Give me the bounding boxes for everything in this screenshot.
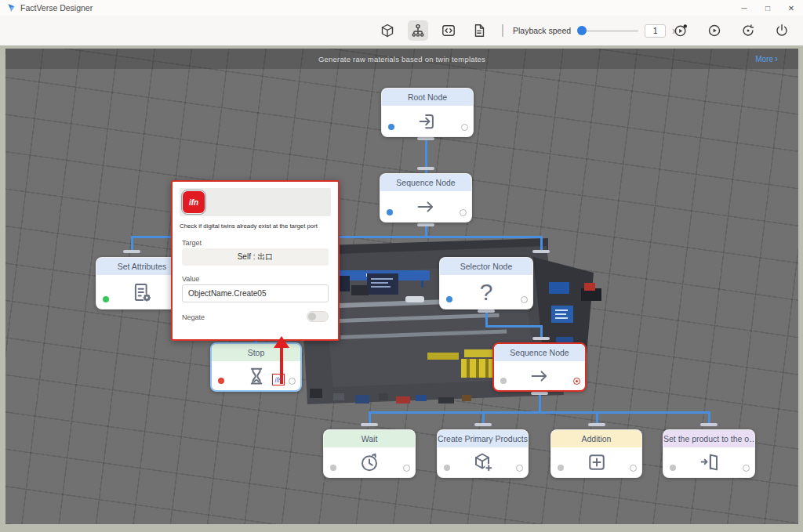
- restart-icon: [740, 23, 756, 38]
- hourglass-icon: [245, 364, 268, 388]
- play-icon: [707, 23, 722, 38]
- window-controls: ─□✕: [732, 0, 803, 16]
- mission-text: Generate raw materials based on twin tem…: [318, 55, 485, 63]
- more-link[interactable]: More ›: [755, 49, 778, 69]
- cube-icon: [380, 23, 395, 38]
- cube-plus-icon: [471, 451, 495, 474]
- output-port[interactable]: [461, 124, 468, 131]
- maximize-button[interactable]: □: [756, 0, 779, 16]
- node-title: Selector Node: [440, 258, 532, 275]
- connector-tick: [474, 423, 492, 426]
- playback-speed-label: Playback speed: [513, 26, 571, 35]
- run-tool[interactable]: [704, 20, 725, 41]
- connector-line: [485, 325, 542, 328]
- node-title: Set the product to the o…: [663, 430, 754, 447]
- flow-tree-icon: [410, 23, 426, 38]
- output-port[interactable]: [516, 465, 523, 472]
- question-icon: ?: [480, 280, 493, 304]
- arrow-icon: [413, 195, 438, 219]
- node-stop[interactable]: Stopifn: [210, 342, 302, 392]
- script-tool[interactable]: [438, 20, 459, 41]
- slider-knob-icon[interactable]: [577, 26, 587, 35]
- node-addition[interactable]: Addition: [550, 429, 642, 478]
- connector-line: [482, 411, 485, 423]
- chevron-right-icon: ›: [775, 54, 778, 63]
- app-logo-icon: [7, 3, 16, 13]
- node-body: ?: [440, 275, 532, 309]
- connector-line: [540, 325, 543, 337]
- negate-label: Negate: [182, 313, 205, 321]
- status-dot: [218, 378, 224, 384]
- debug-run-tool[interactable]: [670, 20, 691, 41]
- playback-speed-input[interactable]: [645, 24, 666, 38]
- connector-tick: [417, 223, 434, 226]
- connector-line: [485, 313, 488, 325]
- toolbar-right-tools: [670, 16, 792, 45]
- document-tool[interactable]: [469, 20, 489, 41]
- status-dot: [558, 465, 564, 471]
- output-port[interactable]: [743, 465, 750, 472]
- negate-toggle[interactable]: [307, 311, 329, 322]
- enter-icon: [416, 110, 439, 133]
- output-port[interactable]: [460, 209, 467, 216]
- status-dot: [103, 296, 109, 302]
- connector-tick: [123, 250, 140, 253]
- output-port[interactable]: [403, 465, 410, 472]
- node-create-primary-products[interactable]: Create Primary Products: [437, 429, 529, 478]
- reset-tool[interactable]: [738, 20, 758, 41]
- output-port[interactable]: [289, 378, 296, 385]
- title-bar: FactVerse Designer ─□✕: [0, 0, 803, 16]
- plus-square-icon: [585, 451, 609, 474]
- playback-speed-slider[interactable]: [577, 30, 638, 32]
- dialog-description: Check if digital twins already exist at …: [180, 223, 331, 230]
- connector-line: [539, 395, 541, 411]
- minimize-button[interactable]: ─: [732, 0, 756, 16]
- toolbar: Playback speed x: [0, 16, 803, 45]
- node-root[interactable]: Root Node: [381, 88, 474, 137]
- power-tool[interactable]: [772, 20, 792, 41]
- node-body: [380, 191, 471, 222]
- clock-icon: [358, 451, 381, 474]
- debug-play-icon: [673, 23, 689, 38]
- value-label: Value: [182, 275, 199, 283]
- close-button[interactable]: ✕: [779, 0, 803, 16]
- node-sequence-1[interactable]: Sequence Node: [380, 173, 472, 223]
- status-dot: [388, 124, 394, 130]
- node-selector[interactable]: Selector Node?: [439, 257, 533, 309]
- connector-tick: [700, 423, 718, 426]
- status-dot: [670, 465, 676, 471]
- output-port[interactable]: [521, 296, 528, 303]
- toolbar-center-tools: [377, 16, 489, 45]
- connector-tick: [588, 423, 605, 426]
- toggle-knob-icon: [308, 313, 316, 320]
- connector-tick: [417, 137, 434, 140]
- behavior-tree-tool[interactable]: [408, 20, 428, 41]
- connector-line: [596, 411, 598, 423]
- mission-banner: Generate raw materials based on twin tem…: [5, 49, 798, 69]
- doc-gear-icon: [130, 280, 154, 304]
- node-wait[interactable]: Wait: [323, 429, 416, 478]
- connector-tick: [478, 309, 495, 313]
- node-body: [494, 361, 585, 390]
- status-dot: [387, 209, 393, 215]
- connector-line: [369, 411, 371, 423]
- output-port[interactable]: [573, 378, 580, 385]
- node-sequence-2[interactable]: Sequence Node: [492, 342, 587, 392]
- arrow-icon: [527, 364, 552, 388]
- value-input[interactable]: [182, 284, 329, 302]
- output-port[interactable]: [630, 465, 637, 472]
- node-graph-canvas[interactable]: Generate raw materials based on twin tem…: [5, 49, 798, 524]
- target-field[interactable]: Self : 出口: [182, 248, 329, 266]
- node-title: Wait: [324, 430, 415, 447]
- window-title: FactVerse Designer: [20, 3, 93, 13]
- connector-line: [540, 236, 543, 250]
- node-body: [382, 106, 473, 136]
- toolbar-divider: [502, 24, 503, 37]
- node-set-product-output[interactable]: Set the product to the o…: [663, 429, 755, 478]
- ifn-condition-icon[interactable]: ifn: [183, 191, 205, 213]
- node-title: Sequence Node: [494, 344, 585, 361]
- connector-line: [369, 411, 710, 414]
- annotation-arrow-line: [280, 347, 283, 384]
- model-cube-tool[interactable]: [377, 20, 398, 41]
- connector-tick: [417, 167, 434, 170]
